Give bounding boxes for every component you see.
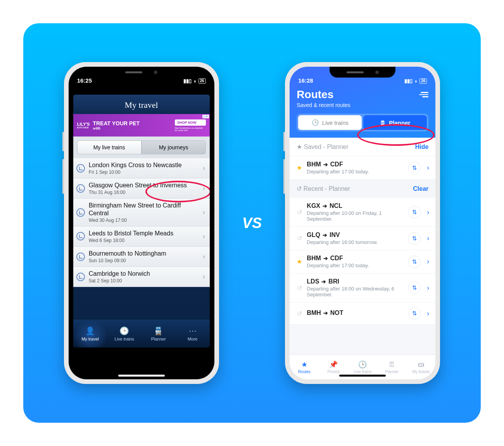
journey-date: Sat 2 Sep 10:00 bbox=[89, 278, 199, 284]
chevron-right-icon: › bbox=[427, 208, 429, 216]
journey-row[interactable]: Glasgow Queen Street to InvernessThu 31 … bbox=[73, 178, 210, 199]
tab-label: Live trains bbox=[115, 337, 134, 341]
route-from: BHM bbox=[307, 161, 321, 168]
tab-routes[interactable]: ★ Routes bbox=[290, 355, 319, 379]
battery-icon: 26 bbox=[198, 78, 206, 84]
route-row[interactable]: ↺ GLQ➔INV Departing after 16:00 tomorrow… bbox=[290, 227, 435, 250]
hide-button[interactable]: Hide bbox=[415, 143, 429, 150]
history-icon: ↺ bbox=[297, 185, 302, 192]
phone-right: 16:28 ▮▮▯ ⬨ 26 Routes Saved & recent rou… bbox=[285, 62, 440, 384]
route-row[interactable]: ★ BHM➔CDF Departing after 17:00 today. ⇅… bbox=[290, 156, 435, 180]
vs-label: VS bbox=[242, 215, 262, 232]
swap-icon[interactable]: ⇅ bbox=[408, 256, 421, 268]
route-from: GLQ bbox=[307, 232, 320, 239]
route-row[interactable]: ★ BHM➔CDF Departing after 17:00 today. ⇅… bbox=[290, 250, 435, 273]
history-icon: ↺ bbox=[296, 235, 303, 242]
tab-planner[interactable]: 🚆 Planner bbox=[142, 320, 176, 347]
history-icon bbox=[76, 252, 85, 261]
journey-date: Wed 6 Sep 18:00 bbox=[89, 238, 199, 243]
route-from: BHM bbox=[307, 255, 321, 262]
tab-my-tickets[interactable]: 🎟 My tickets bbox=[406, 355, 435, 379]
route-detail: Departing after 16:00 tomorrow. bbox=[307, 239, 404, 245]
tab-my-travel[interactable]: 👤 My travel bbox=[73, 320, 107, 347]
route-row[interactable]: ↺ KGX➔NCL Departing after 10:00 on Frida… bbox=[290, 198, 435, 227]
chevron-right-icon: › bbox=[427, 284, 429, 292]
journey-row[interactable]: Cambridge to NorwichSat 2 Sep 10:00 › bbox=[73, 267, 210, 287]
tab-label: Live trains bbox=[354, 370, 372, 374]
chevron-right-icon: › bbox=[203, 208, 205, 216]
journey-title: Cambridge to Norwich bbox=[89, 270, 199, 277]
ad-banner[interactable]: LILY'SKITCHEN TREAT YOUR PETwith SHOP NO… bbox=[73, 114, 210, 137]
route-to: INV bbox=[330, 232, 340, 239]
tab-icon: 🕒 bbox=[119, 326, 129, 335]
tab-more[interactable]: ⋯ More bbox=[176, 320, 210, 347]
journey-title: Birmingham New Street to Cardiff Central bbox=[89, 202, 199, 216]
route-detail: Departing after 18:00 on Wednesday, 6 Se… bbox=[307, 286, 404, 297]
route-to: NCL bbox=[330, 202, 342, 209]
star-icon: ★ bbox=[296, 164, 303, 171]
ad-brand: LILY'S bbox=[77, 122, 90, 126]
journey-row[interactable]: Leeds to Bristol Temple MeadsWed 6 Sep 1… bbox=[73, 226, 210, 247]
tab-label: My travel bbox=[81, 337, 99, 341]
recent-header: ↺ Recent - Planner Clear bbox=[290, 180, 435, 198]
wifi-icon: ⬨ bbox=[414, 78, 418, 84]
battery-icon: 26 bbox=[419, 78, 427, 84]
tab-live-trains[interactable]: 🕒 Live trains bbox=[107, 320, 142, 347]
page-subtitle: Saved & recent routes bbox=[297, 102, 428, 108]
ad-close-icon[interactable]: ▷✕ bbox=[202, 115, 209, 118]
saved-header: ★ Saved - Planner Hide bbox=[290, 138, 435, 156]
journey-title: London Kings Cross to Newcastle bbox=[89, 161, 199, 169]
history-icon: ↺ bbox=[296, 310, 303, 317]
chevron-right-icon: › bbox=[427, 309, 429, 318]
tab-label: More bbox=[188, 337, 197, 341]
tab-my-journeys[interactable]: My journeys bbox=[142, 140, 206, 154]
journey-title: Bournemouth to Nottingham bbox=[89, 250, 199, 257]
route-row[interactable]: ↺ BMH➔NOT ⇅ › bbox=[290, 303, 435, 325]
swap-icon[interactable]: ⇅ bbox=[408, 307, 421, 320]
ad-cta[interactable]: SHOP NOW bbox=[175, 119, 206, 126]
route-detail: Departing after 17:00 today. bbox=[307, 169, 404, 175]
segment-control: My live trains My journeys bbox=[73, 137, 210, 158]
history-icon: ↺ bbox=[296, 284, 303, 292]
home-indicator bbox=[339, 375, 386, 377]
tab-planner[interactable]: 🗓Planner bbox=[363, 115, 427, 130]
route-row[interactable]: ↺ LDS➔BRI Departing after 18:00 on Wedne… bbox=[290, 273, 435, 303]
journey-row[interactable]: Bournemouth to NottinghamSun 10 Sep 09:0… bbox=[73, 247, 210, 267]
tab-label: Planner bbox=[151, 337, 166, 341]
journey-title: Glasgow Queen Street to Inverness bbox=[89, 182, 199, 189]
tab-icon: 🗓 bbox=[388, 361, 395, 369]
journey-row[interactable]: Birmingham New Street to Cardiff Central… bbox=[73, 199, 210, 226]
notch bbox=[330, 67, 395, 78]
status-time: 16:25 bbox=[77, 77, 92, 84]
saved-list: ★ BHM➔CDF Departing after 17:00 today. ⇅… bbox=[290, 156, 435, 180]
route-to: BRI bbox=[328, 278, 339, 285]
journey-row[interactable]: London Kings Cross to NewcastleFri 1 Sep… bbox=[73, 158, 210, 178]
history-icon bbox=[76, 273, 85, 281]
tab-icon: 🎟 bbox=[418, 361, 425, 369]
chevron-right-icon: › bbox=[203, 252, 205, 261]
journey-list: London Kings Cross to NewcastleFri 1 Sep… bbox=[73, 158, 210, 287]
swap-icon[interactable]: ⇅ bbox=[408, 162, 421, 174]
tab-live-trains[interactable]: 🕒Live trains bbox=[298, 115, 362, 130]
route-from: BMH bbox=[307, 309, 321, 316]
history-icon bbox=[76, 164, 85, 173]
journey-date: Wed 30 Aug 17:00 bbox=[89, 218, 199, 223]
wifi-icon: ⬨ bbox=[193, 78, 197, 84]
arrow-right-icon: ➔ bbox=[323, 255, 328, 261]
history-icon bbox=[76, 184, 85, 193]
swap-icon[interactable]: ⇅ bbox=[408, 282, 421, 294]
page-title: Routes bbox=[297, 88, 333, 101]
notch bbox=[109, 67, 174, 78]
route-to: CDF bbox=[330, 255, 343, 262]
menu-icon[interactable] bbox=[419, 92, 428, 97]
tab-my-live-trains[interactable]: My live trains bbox=[77, 140, 142, 154]
chevron-right-icon: › bbox=[203, 273, 205, 281]
chevron-right-icon: › bbox=[427, 234, 429, 242]
bottom-tabs: 👤 My travel 🕒 Live trains 🚆 Planner ⋯ Mo… bbox=[73, 320, 210, 347]
arrow-right-icon: ➔ bbox=[323, 203, 327, 209]
swap-icon[interactable]: ⇅ bbox=[408, 232, 421, 245]
clear-button[interactable]: Clear bbox=[413, 185, 428, 192]
swap-icon[interactable]: ⇅ bbox=[408, 206, 421, 218]
tab-label: Pinned bbox=[328, 370, 340, 374]
chevron-right-icon: › bbox=[427, 258, 429, 266]
